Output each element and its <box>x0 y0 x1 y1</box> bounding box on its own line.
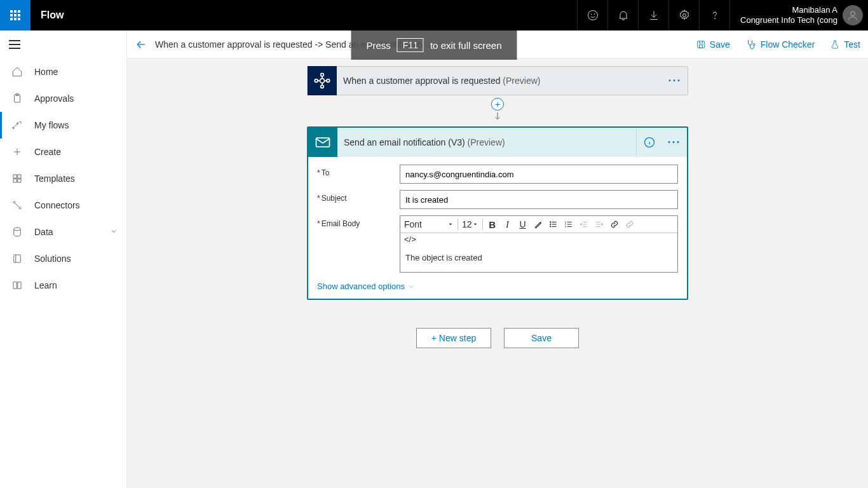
bottom-actions: + New step Save <box>307 328 688 348</box>
svg-point-0 <box>588 11 597 20</box>
sidebar-item-label: Connectors <box>34 200 80 210</box>
sidebar-collapse-button[interactable] <box>0 30 126 58</box>
svg-point-1 <box>591 14 592 15</box>
insert-step-button[interactable]: + <box>491 98 504 111</box>
help-button[interactable] <box>699 0 729 30</box>
sidebar-item-label: Data <box>34 227 53 237</box>
hamburger-icon <box>9 40 20 49</box>
subject-label: *Subject <box>317 190 400 203</box>
italic-button[interactable]: I <box>502 219 513 230</box>
action-info-button[interactable] <box>636 128 661 157</box>
feedback-button[interactable] <box>577 0 607 30</box>
flow-checker-button[interactable]: Flow Checker <box>738 30 823 58</box>
action-card: Send an email notification (V3) (Preview… <box>307 126 688 300</box>
action-header[interactable]: Send an email notification (V3) (Preview… <box>308 128 687 157</box>
gear-icon <box>678 9 691 22</box>
sidebar-item-templates[interactable]: Templates <box>0 165 126 192</box>
save-icon <box>696 39 706 50</box>
notifications-button[interactable] <box>607 0 638 30</box>
data-icon <box>11 226 23 238</box>
svg-point-30 <box>550 226 550 227</box>
bold-button[interactable]: B <box>487 219 498 230</box>
new-step-button[interactable]: + New step <box>416 328 491 348</box>
sidebar-item-label: Templates <box>34 173 75 184</box>
svg-point-4 <box>714 18 715 19</box>
sidebar-item-my-flows[interactable]: My flows <box>0 112 126 139</box>
sidebar-item-learn[interactable]: Learn <box>0 272 126 299</box>
outdent-button[interactable] <box>578 219 590 230</box>
trigger-title: When a customer approval is requested <box>343 76 500 86</box>
fullscreen-toast: Press F11 to exit full screen <box>351 30 517 60</box>
save-button[interactable]: Save <box>688 30 738 58</box>
designer-canvas: When a customer approval is requested (P… <box>127 58 868 488</box>
action-menu-button[interactable]: ··· <box>661 136 687 149</box>
svg-point-24 <box>321 73 324 76</box>
sidebar-item-data[interactable]: Data <box>0 219 126 245</box>
editor-toolbar: Font 12 B I U <box>400 216 677 233</box>
bullet-list-button[interactable] <box>548 219 559 230</box>
topbar: Flow Manibalan A Congruent Info Tech (co… <box>0 0 868 30</box>
sidebar-item-solutions[interactable]: Solutions <box>0 245 126 272</box>
svg-point-2 <box>594 14 595 15</box>
link-button[interactable] <box>609 219 620 230</box>
svg-point-20 <box>753 43 755 45</box>
body-label: *Email Body <box>317 215 400 228</box>
underline-button[interactable]: U <box>517 219 529 230</box>
sidebar-item-label: Solutions <box>34 254 71 264</box>
color-button[interactable] <box>532 219 544 230</box>
arrow-left-icon <box>135 38 147 51</box>
toolbar-flow-checker-label: Flow Checker <box>761 39 815 50</box>
download-button[interactable] <box>638 0 668 30</box>
sidebar-item-connectors[interactable]: Connectors <box>0 192 126 219</box>
svg-rect-17 <box>14 255 21 262</box>
toast-suffix: to exit full screen <box>430 40 502 51</box>
connectors-icon <box>11 200 23 211</box>
svg-point-29 <box>550 224 550 224</box>
svg-rect-19 <box>699 44 702 48</box>
trigger-card[interactable]: When a customer approval is requested (P… <box>307 66 688 95</box>
code-view-button[interactable]: </> <box>400 233 677 247</box>
to-input[interactable] <box>400 165 678 184</box>
svg-point-21 <box>320 79 325 83</box>
body-content[interactable]: The object is created <box>400 247 677 272</box>
size-select[interactable]: 12 <box>462 219 478 229</box>
svg-point-22 <box>315 79 318 83</box>
app-launcher-button[interactable] <box>0 0 31 30</box>
svg-rect-11 <box>18 175 21 178</box>
toast-prefix: Press <box>366 40 390 51</box>
sidebar-item-approvals[interactable]: Approvals <box>0 85 126 112</box>
trigger-menu-button[interactable]: ··· <box>662 74 688 88</box>
sidebar-item-label: Approvals <box>34 93 74 104</box>
svg-point-25 <box>321 85 324 88</box>
user-account-area[interactable]: Manibalan A Congruent Info Tech (cong <box>729 0 868 30</box>
font-select[interactable]: Font <box>404 219 454 229</box>
number-list-button[interactable]: 123 <box>563 219 574 230</box>
unlink-button[interactable] <box>624 219 635 230</box>
sidebar-item-home[interactable]: Home <box>0 58 126 85</box>
svg-point-23 <box>327 79 330 83</box>
svg-rect-26 <box>316 138 330 147</box>
stethoscope-icon <box>745 39 757 50</box>
brand-label: Flow <box>41 10 64 21</box>
trigger-title-area: When a customer approval is requested (P… <box>337 76 662 86</box>
toolbar-test-label: Test <box>844 39 860 50</box>
save-flow-button[interactable]: Save <box>504 328 579 348</box>
svg-point-15 <box>19 207 21 209</box>
user-name: Manibalan A <box>740 5 837 15</box>
sidebar-item-create[interactable]: Create <box>0 139 126 165</box>
solutions-icon <box>11 253 23 264</box>
trigger-preview-tag: (Preview) <box>503 76 540 86</box>
connector: + <box>307 95 688 126</box>
svg-text:3: 3 <box>564 225 566 228</box>
templates-icon <box>11 173 23 184</box>
sidebar-item-label: Create <box>34 147 61 157</box>
show-advanced-options[interactable]: Show advanced options <box>317 279 415 294</box>
action-title-area: Send an email notification (V3) (Preview… <box>337 137 636 147</box>
indent-button[interactable] <box>593 219 605 230</box>
back-button[interactable] <box>127 38 155 51</box>
subject-input[interactable] <box>400 190 678 209</box>
settings-button[interactable] <box>668 0 699 30</box>
home-icon <box>11 66 23 78</box>
test-button[interactable]: Test <box>822 30 868 58</box>
help-icon <box>709 9 721 22</box>
